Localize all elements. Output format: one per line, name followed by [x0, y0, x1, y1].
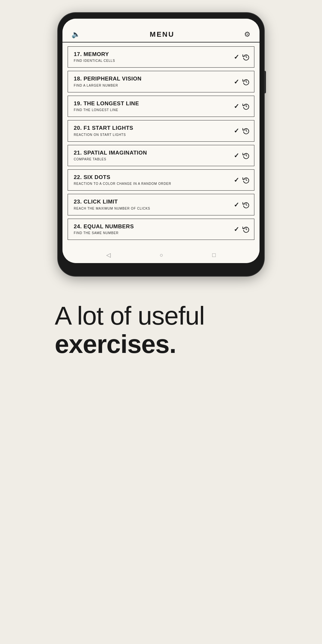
- status-bar: [62, 19, 260, 28]
- nav-recent-icon[interactable]: □: [212, 252, 216, 259]
- menu-item-19-subtitle: FIND THE LONGEST LINE: [74, 108, 231, 112]
- menu-item-17[interactable]: 17. MEMORY FIND IDENTICAL CELLS ✓: [68, 46, 254, 68]
- menu-item-23-subtitle: REACH THE MAXIMUM NUMBER OF CLICKS: [74, 206, 231, 211]
- nav-back-icon[interactable]: ◁: [106, 251, 111, 259]
- menu-item-18-subtitle: FIND A LARGER NUMBER: [74, 83, 231, 88]
- history-icon-18[interactable]: [242, 78, 250, 85]
- menu-item-18[interactable]: 18. PERIPHERAL VISION FIND A LARGER NUMB…: [68, 71, 254, 92]
- menu-list: 17. MEMORY FIND IDENTICAL CELLS ✓: [62, 43, 260, 248]
- menu-item-21[interactable]: 21. SPATIAL IMAGINATION COMPARE TABLES ✓: [68, 145, 254, 166]
- menu-item-18-title: 18. PERIPHERAL VISION: [74, 76, 231, 82]
- check-icon-20: ✓: [234, 127, 239, 135]
- menu-item-22[interactable]: 22. SIX DOTS REACTION TO A COLOR CHANGE …: [68, 169, 254, 191]
- check-icon-17: ✓: [234, 53, 239, 61]
- bottom-text-section: A lot of useful exercises.: [48, 302, 274, 358]
- check-icon-24: ✓: [234, 225, 239, 233]
- settings-icon[interactable]: ⚙: [244, 30, 251, 39]
- menu-item-19[interactable]: 19. THE LONGEST LINE FIND THE LONGEST LI…: [68, 96, 254, 117]
- check-icon-19: ✓: [234, 102, 239, 110]
- sound-icon[interactable]: 🔈: [71, 30, 80, 39]
- history-icon-21[interactable]: [242, 152, 250, 159]
- check-icon-18: ✓: [234, 78, 239, 86]
- phone-shell: 🔈 MENU ⚙ 17. MEMORY FIND IDENTICAL CELLS…: [58, 13, 264, 276]
- menu-item-20-subtitle: REACTION ON START LIGHTS: [74, 133, 231, 137]
- history-icon-22[interactable]: [242, 176, 250, 184]
- menu-item-23[interactable]: 23. CLICK LIMIT REACH THE MAXIMUM NUMBER…: [68, 194, 254, 215]
- menu-item-22-title: 22. SIX DOTS: [74, 174, 231, 181]
- history-icon-24[interactable]: [242, 226, 250, 233]
- history-icon-23[interactable]: [242, 201, 250, 208]
- check-icon-22: ✓: [234, 176, 239, 184]
- history-icon-20[interactable]: [242, 127, 250, 134]
- nav-bar: ◁ ○ □: [62, 248, 260, 263]
- check-icon-23: ✓: [234, 201, 239, 209]
- phone-screen: 🔈 MENU ⚙ 17. MEMORY FIND IDENTICAL CELLS…: [62, 19, 260, 263]
- menu-item-19-title: 19. THE LONGEST LINE: [74, 100, 231, 107]
- menu-item-20-title: 20. F1 START LIGHTS: [74, 125, 231, 131]
- menu-item-23-title: 23. CLICK LIMIT: [74, 199, 231, 205]
- menu-item-21-subtitle: COMPARE TABLES: [74, 157, 231, 161]
- check-icon-21: ✓: [234, 152, 239, 159]
- nav-home-icon[interactable]: ○: [160, 252, 163, 259]
- app-header: 🔈 MENU ⚙: [62, 28, 260, 43]
- menu-item-20[interactable]: 20. F1 START LIGHTS REACTION ON START LI…: [68, 120, 254, 141]
- menu-item-22-subtitle: REACTION TO A COLOR CHANGE IN A RANDOM O…: [74, 182, 231, 186]
- bottom-text-line2: exercises.: [55, 330, 267, 358]
- menu-item-21-title: 21. SPATIAL IMAGINATION: [74, 150, 231, 156]
- menu-item-24[interactable]: 24. EQUAL NUMBERS FIND THE SAME NUMBER ✓: [68, 219, 254, 240]
- menu-item-17-subtitle: FIND IDENTICAL CELLS: [74, 59, 231, 63]
- history-icon-19[interactable]: [242, 103, 250, 110]
- history-icon-17[interactable]: [242, 53, 250, 61]
- bottom-text-line1: A lot of useful: [55, 302, 267, 330]
- header-title: MENU: [150, 30, 175, 39]
- menu-item-24-subtitle: FIND THE SAME NUMBER: [74, 231, 231, 235]
- menu-item-24-title: 24. EQUAL NUMBERS: [74, 223, 231, 230]
- menu-item-17-title: 17. MEMORY: [74, 51, 231, 58]
